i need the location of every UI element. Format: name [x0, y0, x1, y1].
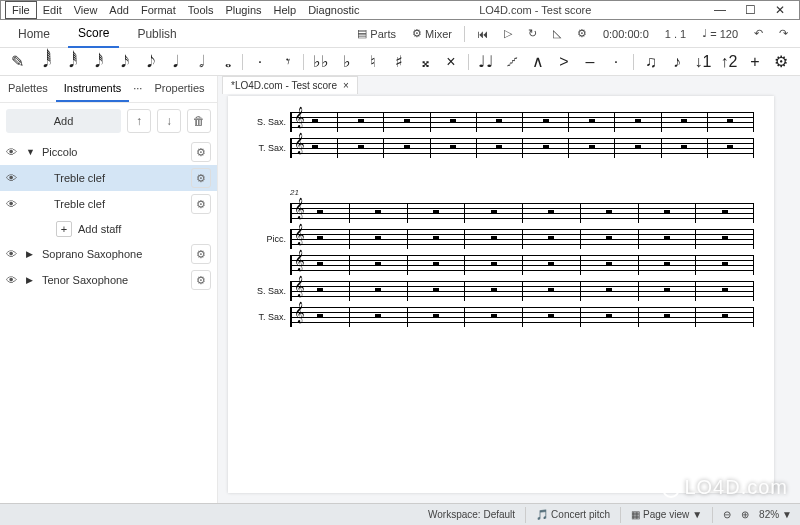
eye-icon[interactable]: 👁	[6, 274, 20, 286]
natural-button[interactable]: ♮	[364, 52, 382, 71]
staff[interactable]: 𝄞	[290, 112, 754, 132]
gear-icon[interactable]: ⚙	[191, 168, 211, 188]
menu-format[interactable]: Format	[135, 2, 182, 18]
add-button[interactable]: +	[746, 53, 764, 71]
voice1-button[interactable]: ↓1	[694, 53, 712, 71]
menu-file[interactable]: File	[5, 1, 37, 19]
note-dur-breve[interactable]: 𝅝	[216, 53, 234, 71]
move-up-button[interactable]: ↑	[127, 109, 151, 133]
rest-button[interactable]: 𝄾	[277, 53, 295, 71]
staff[interactable]: 𝄞	[290, 307, 754, 327]
staff[interactable]: 𝄞	[290, 229, 754, 249]
sidebar-tab-palettes[interactable]: Palettes	[0, 76, 56, 102]
gear-icon[interactable]: ⚙	[191, 142, 211, 162]
staccato-button[interactable]: ·	[607, 53, 625, 71]
tab-home[interactable]: Home	[8, 21, 60, 47]
maximize-button[interactable]: ☐	[735, 3, 765, 17]
tab-publish[interactable]: Publish	[127, 21, 186, 47]
menu-tools[interactable]: Tools	[182, 2, 220, 18]
menu-add[interactable]: Add	[103, 2, 135, 18]
play-button[interactable]: ▷	[500, 25, 516, 42]
delete-button[interactable]: 🗑	[187, 109, 211, 133]
tree-row-soprano-sax[interactable]: 👁 ▶ Soprano Saxophone ⚙	[0, 241, 217, 267]
note-dur-16[interactable]: 𝅘𝅥𝅰	[86, 53, 104, 71]
tree-row-treble-2[interactable]: 👁 Treble clef ⚙	[0, 191, 217, 217]
tree-row-piccolo[interactable]: 👁 ▼ Piccolo ⚙	[0, 139, 217, 165]
eye-icon[interactable]: 👁	[6, 146, 20, 158]
parts-label: Parts	[370, 28, 396, 40]
double-sharp-button[interactable]: 𝄪	[416, 53, 434, 71]
flip-button[interactable]: ♪	[668, 53, 686, 71]
menu-plugins[interactable]: Plugins	[219, 2, 267, 18]
gear-icon[interactable]: ⚙	[191, 270, 211, 290]
staff[interactable]: 𝄞	[290, 281, 754, 301]
tree-row-treble-1[interactable]: 👁 Treble clef ⚙	[0, 165, 217, 191]
sidebar-tab-instruments[interactable]: Instruments	[56, 76, 129, 102]
loop-button[interactable]: ↻	[524, 25, 541, 42]
tempo-display[interactable]: ♩ = 120	[698, 25, 742, 42]
add-staff-row[interactable]: + Add staff	[0, 217, 217, 241]
sidebar-tab-overflow[interactable]: ···	[129, 76, 146, 102]
score-page[interactable]: S. Sax. 𝄞 T. Sax. 𝄞 21 𝄞 Picc.𝄞 𝄞 S. Sax…	[228, 96, 774, 493]
note-dur-64[interactable]: 𝅘𝅥𝅲	[34, 53, 52, 71]
staff[interactable]: 𝄞	[290, 255, 754, 275]
gear-icon[interactable]: ⚙	[191, 244, 211, 264]
metronome-button[interactable]: ◺	[549, 25, 565, 42]
remove-accidental-button[interactable]: ×	[442, 53, 460, 71]
parts-button[interactable]: ▤ Parts	[353, 25, 400, 42]
sidebar-tab-properties[interactable]: Properties	[146, 76, 212, 102]
minimize-button[interactable]: —	[705, 3, 735, 17]
rewind-button[interactable]: ⏮	[473, 26, 492, 42]
undo-button[interactable]: ↶	[750, 25, 767, 42]
zoom-in-button[interactable]: ⊕	[741, 509, 749, 520]
document-tab[interactable]: *LO4D.com - Test score ×	[222, 76, 358, 94]
double-flat-button[interactable]: ♭♭	[312, 52, 330, 71]
add-instrument-button[interactable]: Add	[6, 109, 121, 133]
sharp-button[interactable]: ♯	[390, 52, 408, 71]
staff-label: Picc.	[248, 234, 290, 244]
expand-toggle[interactable]: ▶	[26, 249, 36, 259]
menu-diagnostic[interactable]: Diagnostic	[302, 2, 365, 18]
voice2-button[interactable]: ↑2	[720, 53, 738, 71]
dot-button[interactable]: ·	[251, 53, 269, 71]
note-dur-32[interactable]: 𝅘𝅥𝅱	[60, 53, 78, 71]
note-dur-quarter[interactable]: 𝅘𝅥𝅮	[138, 53, 156, 71]
settings-button[interactable]: ⚙	[573, 25, 591, 42]
eye-icon[interactable]: 👁	[6, 198, 20, 210]
plus-icon[interactable]: +	[56, 221, 72, 237]
note-dur-whole[interactable]: 𝅗𝅥	[190, 53, 208, 71]
menu-view[interactable]: View	[68, 2, 104, 18]
tenuto-button[interactable]: –	[581, 53, 599, 71]
gear-icon[interactable]: ⚙	[191, 194, 211, 214]
close-tab-icon[interactable]: ×	[343, 80, 349, 91]
redo-button[interactable]: ↷	[775, 25, 792, 42]
toolbar-settings-button[interactable]: ⚙	[772, 52, 790, 71]
workspace-selector[interactable]: Workspace: Default	[428, 509, 515, 520]
tree-row-tenor-sax[interactable]: 👁 ▶ Tenor Saxophone ⚙	[0, 267, 217, 293]
expand-toggle[interactable]: ▶	[26, 275, 36, 285]
page-view-selector[interactable]: ▦ Page view ▼	[631, 509, 702, 520]
concert-pitch-toggle[interactable]: 🎵 Concert pitch	[536, 509, 610, 520]
staff[interactable]: 𝄞	[290, 138, 754, 158]
marcato-button[interactable]: ∧	[529, 52, 547, 71]
flat-button[interactable]: ♭	[338, 52, 356, 71]
note-dur-half[interactable]: 𝅘𝅥	[164, 53, 182, 71]
eye-icon[interactable]: 👁	[6, 172, 20, 184]
close-button[interactable]: ✕	[765, 3, 795, 17]
menu-edit[interactable]: Edit	[37, 2, 68, 18]
zoom-out-button[interactable]: ⊖	[723, 509, 731, 520]
slur-button[interactable]: 𝆱	[503, 53, 521, 71]
eye-icon[interactable]: 👁	[6, 248, 20, 260]
note-dur-8[interactable]: 𝅘𝅥𝅯	[112, 53, 130, 71]
expand-toggle[interactable]: ▼	[26, 147, 36, 157]
accent-button[interactable]: >	[555, 53, 573, 71]
zoom-level[interactable]: 82% ▼	[759, 509, 792, 520]
menu-help[interactable]: Help	[268, 2, 303, 18]
staff[interactable]: 𝄞	[290, 203, 754, 223]
mixer-button[interactable]: ⚙ Mixer	[408, 25, 456, 42]
tie-button[interactable]: ♩♩	[477, 52, 495, 71]
move-down-button[interactable]: ↓	[157, 109, 181, 133]
note-input-pencil[interactable]: ✎	[8, 52, 26, 71]
tab-score[interactable]: Score	[68, 20, 119, 48]
tuplet-button[interactable]: ♫	[642, 53, 660, 71]
